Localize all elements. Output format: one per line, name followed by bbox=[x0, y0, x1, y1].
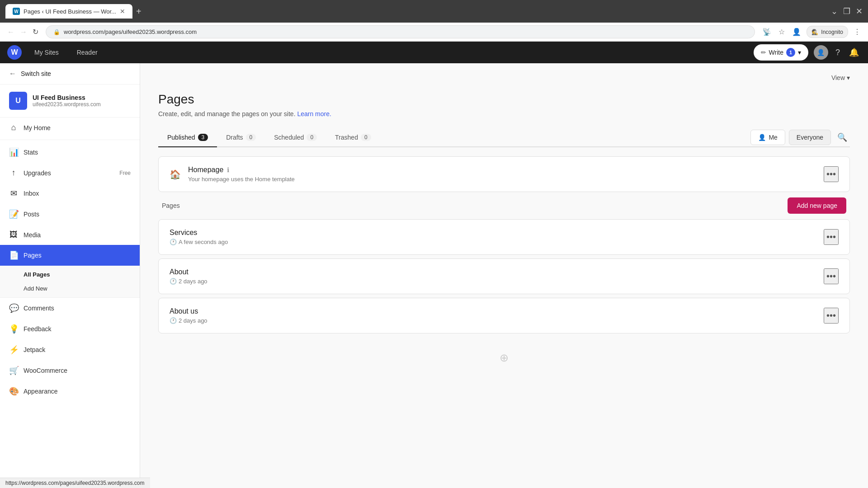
upgrades-badge: Free bbox=[119, 170, 131, 176]
tab-drafts[interactable]: Drafts 0 bbox=[217, 128, 265, 147]
avatar[interactable]: 👤 bbox=[814, 45, 828, 60]
upgrades-icon: ↑ bbox=[9, 168, 18, 178]
learn-more-link[interactable]: Learn more. bbox=[297, 110, 331, 117]
posts-icon: 📝 bbox=[9, 209, 18, 219]
pages-list: 🏠 Homepage ℹ Your homepage uses the Home… bbox=[158, 156, 850, 333]
tab-scheduled-count: 0 bbox=[307, 134, 317, 141]
sidebar-site: U UI Feed Business uifeed20235.wordpress… bbox=[0, 84, 140, 117]
sidebar-item-comments[interactable]: 💬 Comments bbox=[0, 298, 140, 319]
bookmark-icon[interactable]: ☆ bbox=[777, 26, 787, 38]
url-bar[interactable]: 🔒 wordpress.com/pages/uifeed20235.wordpr… bbox=[46, 25, 755, 38]
reader-nav[interactable]: Reader bbox=[71, 45, 103, 60]
url-text: wordpress.com/pages/uifeed20235.wordpres… bbox=[64, 28, 197, 35]
page-about-us-title: About us bbox=[170, 307, 816, 315]
table-row: About us 🕐 2 days ago ••• bbox=[158, 298, 850, 333]
view-button[interactable]: View ▾ bbox=[831, 74, 850, 81]
tab-published-label: Published bbox=[167, 134, 195, 141]
info-icon[interactable]: ℹ bbox=[227, 166, 229, 174]
profile-icon[interactable]: 👤 bbox=[790, 26, 803, 38]
restore-icon[interactable]: ❐ bbox=[843, 6, 850, 16]
help-icon[interactable]: ? bbox=[834, 46, 842, 59]
forward-button[interactable]: → bbox=[18, 26, 29, 38]
homepage-title-text: Homepage bbox=[188, 166, 223, 174]
services-actions-button[interactable]: ••• bbox=[824, 229, 839, 245]
back-button[interactable]: ← bbox=[5, 26, 16, 38]
page-about-info: About 🕐 2 days ago bbox=[170, 268, 816, 285]
tab-trashed[interactable]: Trashed 0 bbox=[326, 128, 380, 147]
write-badge: 1 bbox=[786, 48, 795, 57]
sidebar-item-label: Comments bbox=[24, 305, 131, 312]
minimize-icon[interactable]: ⌄ bbox=[831, 6, 838, 16]
sidebar-subitem-add-new[interactable]: Add New bbox=[0, 282, 140, 296]
page-about-us-time-text: 2 days ago bbox=[179, 317, 208, 324]
about-us-actions-button[interactable]: ••• bbox=[824, 308, 839, 324]
notifications-icon[interactable]: 🔔 bbox=[847, 46, 861, 59]
media-icon: 🖼 bbox=[9, 230, 18, 239]
sidebar-item-label: My Home bbox=[24, 124, 131, 131]
pages-description: Create, edit, and manage the pages on yo… bbox=[158, 110, 850, 117]
incognito-label: Incognito bbox=[821, 29, 843, 35]
tab-scheduled[interactable]: Scheduled 0 bbox=[265, 128, 326, 147]
tab-close-button[interactable]: ✕ bbox=[120, 8, 125, 15]
my-sites-nav[interactable]: My Sites bbox=[29, 45, 64, 60]
sidebar-item-pages[interactable]: 📄 Pages bbox=[0, 245, 140, 266]
nav-arrows: ← → ↻ bbox=[5, 26, 40, 38]
stats-icon: 📊 bbox=[9, 147, 18, 157]
filter-me-button[interactable]: 👤 Me bbox=[750, 130, 785, 145]
homepage-item: 🏠 Homepage ℹ Your homepage uses the Home… bbox=[158, 156, 850, 192]
refresh-button[interactable]: ↻ bbox=[31, 26, 40, 38]
add-new-page-button[interactable]: Add new page bbox=[788, 197, 846, 214]
pages-desc-text: Create, edit, and manage the pages on yo… bbox=[158, 110, 296, 117]
sidebar-item-feedback[interactable]: 💡 Feedback bbox=[0, 319, 140, 339]
menu-icon[interactable]: ⋮ bbox=[852, 26, 863, 38]
sidebar-item-jetpack[interactable]: ⚡ Jetpack bbox=[0, 339, 140, 360]
homepage-actions-button[interactable]: ••• bbox=[824, 166, 839, 182]
status-url: https://wordpress.com/pages/uifeed20235.… bbox=[5, 480, 145, 486]
sidebar-item-woocommerce[interactable]: 🛒 WooCommerce bbox=[0, 360, 140, 381]
sidebar-item-my-home[interactable]: ⌂ My Home bbox=[0, 117, 140, 138]
appearance-icon: 🎨 bbox=[9, 386, 18, 396]
table-row: About 🕐 2 days ago ••• bbox=[158, 258, 850, 294]
about-actions-button[interactable]: ••• bbox=[824, 268, 839, 284]
sidebar-item-media[interactable]: 🖼 Media bbox=[0, 225, 140, 245]
wp-topbar: W My Sites Reader ✏ Write 1 ▾ 👤 ? 🔔 bbox=[0, 42, 868, 63]
clock-icon: 🕐 bbox=[170, 239, 177, 245]
filter-everyone-button[interactable]: Everyone bbox=[789, 130, 831, 145]
tab-title: Pages ‹ UI Feed Business — Wor... bbox=[24, 8, 116, 15]
switch-site-button[interactable]: ← Switch site bbox=[0, 63, 140, 84]
sidebar-item-inbox[interactable]: ✉ Inbox bbox=[0, 183, 140, 204]
sidebar-item-upgrades[interactable]: ↑ Upgrades Free bbox=[0, 163, 140, 183]
content-header: View ▾ bbox=[140, 63, 868, 81]
wp-footer: ⊕ bbox=[140, 343, 868, 373]
home-icon: ⌂ bbox=[9, 123, 18, 132]
pages-section-header: Pages Add new page bbox=[158, 197, 850, 214]
pencil-icon: ✏ bbox=[761, 49, 766, 56]
browser-tab[interactable]: W Pages ‹ UI Feed Business — Wor... ✕ bbox=[5, 4, 132, 19]
sidebar-item-label: Upgrades bbox=[24, 169, 114, 177]
tab-drafts-count: 0 bbox=[246, 134, 256, 141]
topbar-right: ✏ Write 1 ▾ 👤 ? 🔔 bbox=[754, 44, 861, 61]
pages-tabs: Published 3 Drafts 0 Scheduled 0 Trashed… bbox=[158, 128, 850, 147]
home-page-icon: 🏠 bbox=[170, 169, 181, 180]
sidebar-item-appearance[interactable]: 🎨 Appearance bbox=[0, 381, 140, 402]
main-layout: ← Switch site U UI Feed Business uifeed2… bbox=[0, 63, 868, 488]
write-label: Write bbox=[769, 49, 783, 56]
new-tab-button[interactable]: + bbox=[136, 6, 142, 17]
tab-published[interactable]: Published 3 bbox=[158, 128, 217, 147]
write-button[interactable]: ✏ Write 1 ▾ bbox=[754, 44, 808, 61]
tabs-filter: 👤 Me Everyone 🔍 bbox=[750, 130, 850, 145]
view-label: View bbox=[831, 74, 845, 81]
sidebar-item-posts[interactable]: 📝 Posts bbox=[0, 204, 140, 225]
switch-site-label: Switch site bbox=[21, 70, 51, 77]
pages-icon: 📄 bbox=[9, 250, 18, 260]
close-window-icon[interactable]: ✕ bbox=[856, 6, 863, 16]
sidebar-subitem-all-pages[interactable]: All Pages bbox=[0, 267, 140, 282]
inbox-icon: ✉ bbox=[9, 188, 18, 198]
sidebar-item-label: Posts bbox=[24, 211, 131, 218]
wp-logo[interactable]: W bbox=[7, 45, 22, 60]
page-services-time: 🕐 A few seconds ago bbox=[170, 239, 816, 245]
cast-icon[interactable]: 📡 bbox=[760, 26, 773, 38]
search-button[interactable]: 🔍 bbox=[835, 130, 850, 145]
sidebar-item-stats[interactable]: 📊 Stats bbox=[0, 142, 140, 163]
feedback-icon: 💡 bbox=[9, 324, 18, 334]
